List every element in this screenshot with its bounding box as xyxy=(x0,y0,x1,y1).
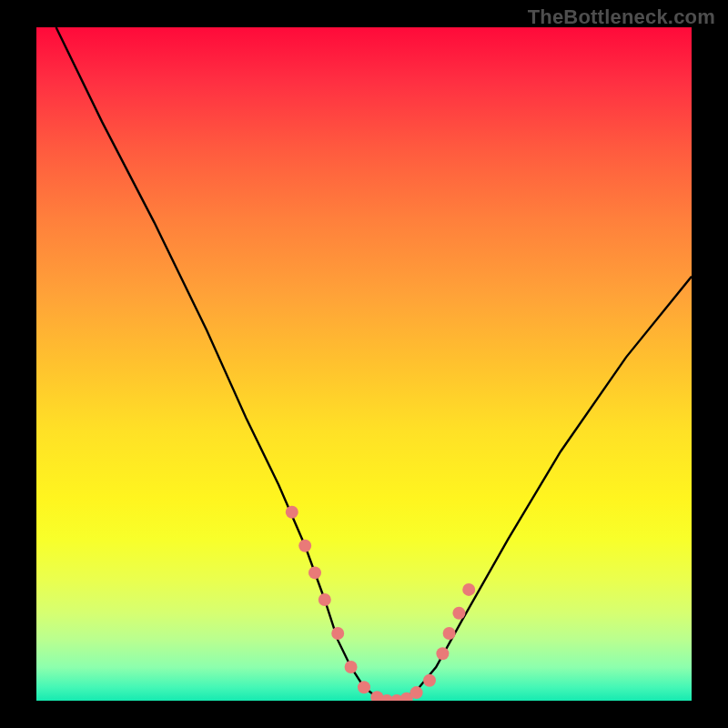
watermark-text: TheBottleneck.com xyxy=(528,5,715,29)
curve-layer xyxy=(36,27,692,701)
curve-left xyxy=(56,27,390,701)
scatter-dot xyxy=(358,681,370,693)
scatter-dot xyxy=(308,566,321,579)
plot-area xyxy=(36,27,692,701)
scatter-dot xyxy=(436,647,449,660)
scatter-dot xyxy=(452,607,465,620)
scatter-dot xyxy=(318,593,331,606)
scatter-dot xyxy=(443,627,456,640)
scatter-dot xyxy=(410,686,423,699)
scatter-dot xyxy=(423,674,436,687)
scatter-dot xyxy=(462,583,475,596)
scatter-dots xyxy=(286,506,475,701)
scatter-dot xyxy=(298,540,311,552)
scatter-dot xyxy=(331,627,344,640)
scatter-dot xyxy=(345,661,358,673)
curve-right xyxy=(390,277,692,701)
scatter-dot xyxy=(286,506,298,519)
chart-frame: TheBottleneck.com xyxy=(0,0,728,728)
